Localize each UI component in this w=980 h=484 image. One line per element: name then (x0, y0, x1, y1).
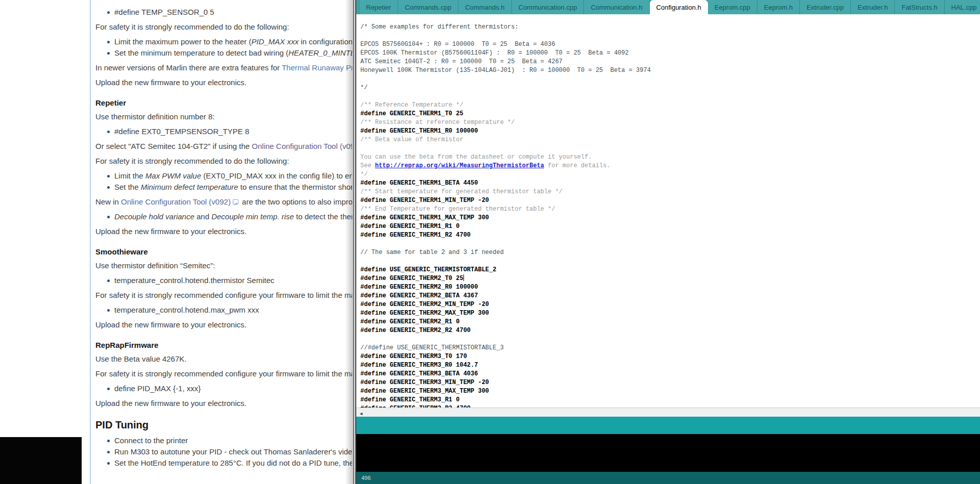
doc-paragraph: Upload the new firmware to your electron… (95, 77, 352, 88)
code-line[interactable]: #define GENERIC_THERM2_BETA 4367 (360, 292, 980, 300)
horizontal-scrollbar[interactable]: ◄ (356, 407, 980, 417)
text-run: Or select "ATC Semitec 104-GT2" if using… (95, 142, 252, 150)
code-line[interactable]: #define GENERIC_THERM1_T0 25 (360, 110, 980, 118)
text-run: to ensure that the thermistor shorting o (238, 183, 352, 191)
code-line[interactable]: //#define USE_GENERIC_THERMISTORTABLE_3 (360, 344, 980, 352)
doc-paragraph: Upload the new firmware to your electron… (95, 319, 352, 330)
code-line[interactable]: #define GENERIC_THERM3_MIN_TEMP -20 (360, 378, 980, 387)
editor-tab-Eeprom.h[interactable]: Eeprom.h (757, 0, 800, 14)
editor-tab-Eeprom.cpp[interactable]: Eeprom.cpp (708, 0, 757, 14)
code-line[interactable]: /** Start temperature for generated ther… (360, 188, 980, 196)
code-line[interactable]: #define GENERIC_THERM3_R0 1042.7 (360, 361, 980, 370)
code-line[interactable]: #define GENERIC_THERM2_MIN_TEMP -20 (360, 300, 980, 309)
code-line[interactable]: #define GENERIC_THERM2_T0 25 (360, 274, 980, 283)
editor-tab-Extruder.h[interactable]: Extruder.h (851, 0, 895, 14)
code-line[interactable]: Honeywell 100K Thermistor (135-104LAG-J0… (360, 66, 980, 75)
code-line[interactable]: #define GENERIC_THERM2_R0 100000 (360, 283, 980, 292)
doc-paragraph: Upload the new firmware to your electron… (95, 226, 352, 237)
code-line[interactable]: /* Some examples for different thermisto… (360, 23, 980, 32)
editor-tab-Configuration.h[interactable]: Configuration.h (650, 0, 708, 14)
doc-list: temperature_control.hotend.max_pwm xxx (95, 304, 352, 316)
text-run: Max PWM value (145, 171, 201, 180)
code-area[interactable]: /* Some examples for different thermisto… (356, 14, 980, 407)
ide-content: RepetierCommands.cppCommands.hCommunicat… (356, 0, 980, 484)
code-line[interactable] (360, 335, 980, 344)
code-line[interactable] (360, 32, 980, 40)
code-line[interactable]: #define GENERIC_THERM3_T0 170 (360, 352, 980, 361)
editor-tab-Commands.cpp[interactable]: Commands.cpp (398, 0, 458, 14)
wiki-link[interactable]: Online Configuration Tool (v092) (121, 197, 231, 206)
code-line[interactable]: /** End Temperature for generated thermi… (360, 205, 980, 214)
doc-list-item: Set the Minimum defect temperature to en… (114, 182, 352, 193)
code-line[interactable]: #define GENERIC_THERM1_R2 4700 (360, 231, 980, 240)
editor-tab-Extruder.cpp[interactable]: Extruder.cpp (800, 0, 851, 14)
code-line[interactable]: #define GENERIC_THERM1_BETA 4450 (360, 179, 980, 188)
text-run: Set the HotEnd temperature to 285°C. If … (114, 458, 352, 467)
code-line[interactable]: #define GENERIC_THERM1_MIN_TEMP -20 (360, 196, 980, 205)
doc-list-item: temperature_control.hotend.thermistor Se… (114, 275, 352, 286)
doc-list: #define EXT0_TEMPSENSOR_TYPE 8 (95, 126, 352, 137)
doc-list: define PID_MAX {-1, xxx} (95, 383, 352, 394)
code-line[interactable]: EPCOS B57560G104+ : R0 = 100000 T0 = 25 … (360, 40, 980, 49)
code-line[interactable] (360, 240, 980, 248)
text-run: define PID_MAX {-1, xxx} (114, 384, 201, 393)
code-line[interactable]: #define GENERIC_THERM2_MAX_TEMP 300 (360, 309, 980, 318)
status-bar: 496 (356, 472, 980, 484)
code-line[interactable] (360, 144, 980, 153)
doc-paragraph: Use the Beta value 4267K. (95, 353, 352, 365)
code-line[interactable]: #define GENERIC_THERM3_MAX_TEMP 300 (360, 387, 980, 396)
code-line[interactable] (360, 75, 980, 84)
doc-list: temperature_control.hotend.thermistor Se… (95, 275, 352, 286)
doc-list-item: Decouple hold variance and Decouple min … (114, 211, 352, 222)
doc-list: Limit the Max PWM value (EXT0_PID_MAX xx… (95, 170, 352, 193)
doc-paragraph: For safety it is strongly recommended to… (95, 21, 352, 33)
text-run: PID_MAX xxx (251, 37, 299, 46)
code-line[interactable]: /** Beta value of thermistor (360, 136, 980, 144)
code-line[interactable]: ATC Semitec 104GT-2 : R0 = 100000 T0 = 2… (360, 58, 980, 66)
text-run: Limit the maximum power to the heater ( (114, 37, 251, 46)
text-run: New in (95, 197, 121, 206)
code-line[interactable]: You can use the beta from the datasheet … (360, 153, 980, 162)
code-line[interactable]: #define USE_GENERIC_THERMISTORTABLE_2 (360, 266, 980, 274)
code-line[interactable] (360, 257, 980, 266)
code-line[interactable]: /** Resistance at reference temperature … (360, 118, 980, 127)
code-line[interactable]: #define GENERIC_THERM1_R0 100000 (360, 127, 980, 136)
code-line[interactable]: /** Reference Temperature */ (360, 101, 980, 110)
code-line[interactable]: #define GENERIC_THERM2_R2 4700 (360, 326, 980, 335)
doc-list: Limit the maximum power to the heater (P… (95, 36, 352, 59)
text-run: Run M303 to autotune your PID - check ou… (114, 447, 352, 456)
code-line[interactable]: #define GENERIC_THERM1_MAX_TEMP 300 (360, 214, 980, 222)
doc-paragraph: Use thermistor definition “Semitec”: (95, 260, 352, 271)
editor-tab-Repetier[interactable]: Repetier (359, 0, 398, 14)
text-run: For safety it is strongly recommended to… (95, 157, 289, 165)
code-line[interactable]: #define GENERIC_THERM3_R1 0 (360, 396, 980, 404)
window-edge-shadow (345, 0, 352, 484)
editor-tab-Communication.cpp[interactable]: Communication.cpp (512, 0, 584, 14)
wiki-link[interactable]: Thermal Runaway Prote (282, 63, 352, 72)
code-line[interactable]: EPCOS 100K Thermistor (B57560G1104F) : R… (360, 49, 980, 58)
doc-list-item: #define EXT0_TEMPSENSOR_TYPE 8 (114, 126, 352, 137)
doc-list-item: define PID_MAX {-1, xxx} (114, 383, 352, 394)
editor-tab-FatStructs.h[interactable]: FatStructs.h (895, 0, 944, 14)
text-run: For safety it is strongly recommended to… (95, 22, 289, 31)
editor-tab-Commands.h[interactable]: Commands.h (458, 0, 511, 14)
text-run: Upload the new firmware to your electron… (95, 399, 247, 407)
console-output[interactable] (356, 434, 980, 472)
code-line[interactable]: */ (360, 170, 980, 179)
text-run: temperature_control.hotend.max_pwm xxx (114, 305, 259, 314)
code-line[interactable]: See http://reprap.org/wiki/MeasuringTher… (360, 162, 980, 170)
text-run: Use thermistor definition “Semitec”: (95, 261, 215, 270)
doc-list-item: Run M303 to autotune your PID - check ou… (114, 446, 352, 457)
editor-tab-Communication.h[interactable]: Communication.h (584, 0, 649, 14)
text-run: are the two options to also improve sa (240, 197, 352, 206)
code-line[interactable] (360, 92, 980, 101)
code-line[interactable]: // The same for table 2 and 3 if needed (360, 248, 980, 257)
code-line[interactable]: #define GENERIC_THERM1_R1 0 (360, 222, 980, 231)
code-line[interactable]: */ (360, 84, 980, 92)
code-line[interactable]: #define GENERIC_THERM2_R1 0 (360, 318, 980, 326)
editor-tab-HAL.cpp[interactable]: HAL.cpp (945, 0, 980, 14)
wiki-link[interactable]: Online Configuration Tool (v091) (252, 142, 352, 150)
arduino-ide-window: RepetierCommands.cppCommands.hCommunicat… (352, 0, 980, 484)
code-line[interactable]: #define GENERIC_THERM3_BETA 4036 (360, 370, 980, 378)
text-run: Repetier (95, 98, 126, 107)
